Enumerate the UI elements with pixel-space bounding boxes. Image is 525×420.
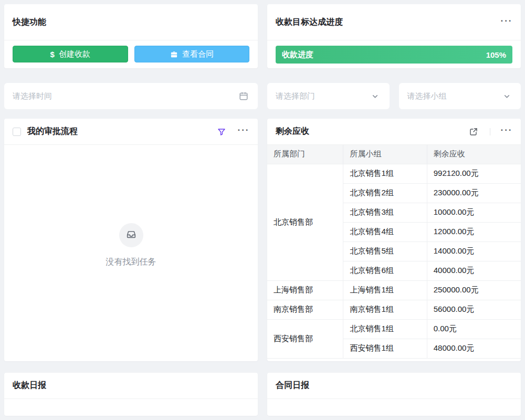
amount-cell: 40000.00元 [427,261,521,280]
time-picker[interactable]: 请选择时间 [4,83,258,109]
table-row: 上海销售部 上海销售1组 250000.00元 [267,280,521,300]
amount-cell: 10000.00元 [427,203,521,222]
dept-cell: 上海销售部 [267,280,343,300]
department-select-placeholder: 请选择部门 [276,91,315,101]
approval-header: 我的审批流程 ··· [4,119,258,145]
empty-inbox-circle [119,223,143,247]
contract-daily-card: 合同日报 [267,373,521,416]
view-contract-label: 查看合同 [182,49,214,59]
receivables-card: 剩余应收 ··· 所属部门 所属小组 [267,119,521,361]
amount-cell: 48000.00元 [427,339,521,358]
more-menu-icon[interactable]: ··· [501,126,512,138]
progress-bar: 收款进度 105% [276,46,512,64]
dept-cell: 南京销售部 [267,300,343,319]
group-cell: 北京销售1组 [343,164,427,183]
select-filter-row: 请选择部门 请选择小组 [267,83,521,109]
create-payment-label: 创建收款 [59,49,90,59]
approval-title: 我的审批流程 [27,126,78,137]
inbox-icon [125,228,137,242]
approval-select-all-checkbox[interactable] [13,128,21,136]
contract-daily-title: 合同日报 [276,380,309,391]
amount-cell: 230000.00元 [427,183,521,203]
quick-actions-card: 快捷功能 $ 创建收款 查看合同 [4,4,258,68]
time-picker-placeholder: 请选择时间 [13,91,52,101]
approval-empty-state: 没有找到任务 [4,145,258,361]
payment-daily-title: 收款日报 [13,380,46,391]
chevron-down-icon [370,90,381,102]
amount-cell: 0.00元 [427,319,521,339]
payment-daily-card: 收款日报 [4,373,258,416]
table-row: 南京销售部 南京销售1组 56000.00元 [267,300,521,319]
briefcase-icon [170,50,178,58]
external-link-icon[interactable] [468,126,479,138]
progress-bar-value: 105% [486,50,506,59]
calendar-icon [238,90,249,102]
receivables-title: 剩余应收 [276,126,309,137]
chevron-down-icon [501,90,512,102]
col-group: 所属小组 [343,145,427,164]
empty-state-text: 没有找到任务 [106,257,156,268]
group-cell: 上海销售1组 [343,280,427,300]
col-amount: 剩余应收 [427,145,521,164]
group-cell: 北京销售5组 [343,242,427,261]
table-row: 北京销售部 北京销售1组 992120.00元 [267,164,521,183]
progress-header: 收款目标达成进度 ··· [267,4,521,40]
group-select-placeholder: 请选择小组 [407,91,447,101]
left-column: 快捷功能 $ 创建收款 查看合同 请选择时间 [4,4,258,416]
receivables-table: 所属部门 所属小组 剩余应收 北京销售部 北京销售1组 992120.00元 北… [267,145,521,359]
progress-body: 收款进度 105% [267,40,521,68]
approval-card: 我的审批流程 ··· 没有找到任务 [4,119,258,361]
group-cell: 北京销售6组 [343,261,427,280]
progress-title: 收款目标达成进度 [276,17,343,28]
progress-bar-label: 收款进度 [282,50,313,60]
group-cell: 西安销售1组 [343,339,427,358]
time-filter-row: 请选择时间 [4,83,258,109]
group-cell: 北京销售3组 [343,203,427,222]
dept-cell: 北京销售部 [267,164,343,280]
group-cell: 北京销售1组 [343,319,427,339]
more-menu-icon[interactable]: ··· [501,16,512,28]
progress-card: 收款目标达成进度 ··· 收款进度 105% [267,4,521,68]
receivables-header: 剩余应收 ··· [267,119,521,145]
dept-cell: 西安销售部 [267,319,343,358]
group-cell: 北京销售2组 [343,183,427,203]
amount-cell: 12000.00元 [427,222,521,242]
quick-actions-header: 快捷功能 [4,4,258,40]
table-header-row: 所属部门 所属小组 剩余应收 [267,145,521,164]
filter-icon[interactable] [216,126,227,138]
amount-cell: 992120.00元 [427,164,521,183]
header-divider [490,128,490,135]
col-department: 所属部门 [267,145,343,164]
department-select[interactable]: 请选择部门 [267,83,390,109]
quick-actions-body: $ 创建收款 查看合同 [4,40,258,68]
more-menu-icon[interactable]: ··· [238,126,249,138]
amount-cell: 250000.00元 [427,280,521,300]
group-cell: 南京销售1组 [343,300,427,319]
amount-cell: 56000.00元 [427,300,521,319]
group-select[interactable]: 请选择小组 [399,83,521,109]
create-payment-button[interactable]: $ 创建收款 [13,46,128,62]
group-cell: 北京销售4组 [343,222,427,242]
table-row: 西安销售部 北京销售1组 0.00元 [267,319,521,339]
dashboard: 快捷功能 $ 创建收款 查看合同 请选择时间 [0,0,525,420]
amount-cell: 14000.00元 [427,242,521,261]
payment-daily-header: 收款日报 [4,373,258,399]
quick-actions-title: 快捷功能 [13,17,46,28]
view-contract-button[interactable]: 查看合同 [134,46,250,62]
contract-daily-header: 合同日报 [267,373,521,399]
dollar-icon: $ [50,50,55,58]
right-column: 收款目标达成进度 ··· 收款进度 105% 请选择部门 [267,4,521,416]
